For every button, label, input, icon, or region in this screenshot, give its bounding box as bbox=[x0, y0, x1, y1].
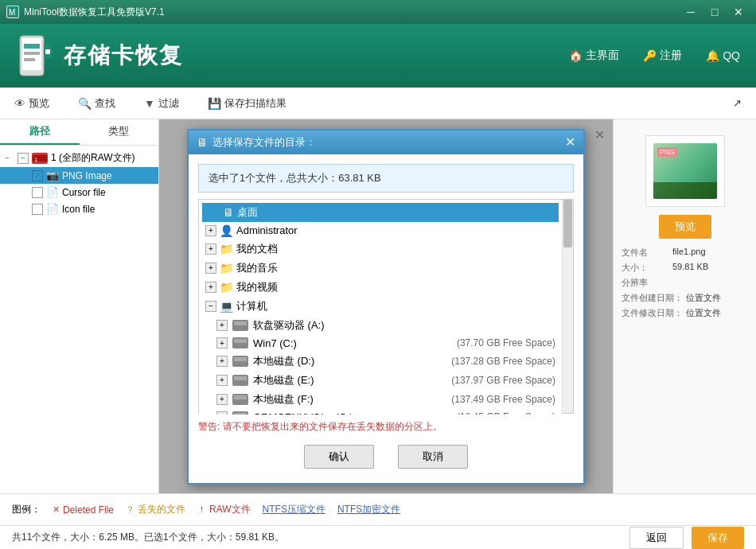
tab-path[interactable]: 路径 bbox=[0, 119, 80, 145]
dialog-close-button[interactable]: ✕ bbox=[565, 136, 575, 149]
grmcen-expand[interactable]: + bbox=[216, 411, 228, 415]
grmcen-disk-icon bbox=[232, 411, 248, 415]
tree-check-cursor[interactable] bbox=[32, 187, 43, 198]
dialog-cancel-button[interactable]: 取消 bbox=[398, 445, 468, 469]
sidebar: 路径 类型 − 1 1 (全部的RAW文件) 📷 PNG Image bbox=[0, 119, 159, 493]
dialog-buttons: 确认 取消 bbox=[198, 437, 574, 473]
lost-icon: ？ bbox=[126, 504, 134, 516]
dtree-win7c[interactable]: + Win7 (C:) (37.70 GB Free Space) bbox=[202, 335, 559, 352]
dtree-desktop[interactable]: 🖥 桌面 bbox=[202, 203, 559, 222]
legend-raw: ！ RAW文件 bbox=[197, 503, 251, 516]
tab-type[interactable]: 类型 bbox=[80, 119, 159, 145]
dtree-local-d[interactable]: + 本地磁盘 (D:) (137.28 GB Free Space) bbox=[202, 352, 559, 371]
tree-item-png[interactable]: 📷 PNG Image bbox=[0, 167, 158, 184]
dtree-my-music-label: 我的音乐 bbox=[236, 261, 278, 275]
svg-rect-19 bbox=[234, 376, 247, 380]
window-controls: ─ □ ✕ bbox=[680, 3, 750, 21]
computer-expand[interactable]: − bbox=[205, 301, 216, 312]
dtree-my-videos-label: 我的视频 bbox=[236, 280, 278, 294]
my-music-expand[interactable]: + bbox=[205, 263, 216, 274]
my-music-icon: 📁 bbox=[220, 262, 233, 274]
legend-ntfs-encrypted: NTFS加密文件 bbox=[337, 503, 400, 516]
dtree-local-d-free: (137.28 GB Free Space) bbox=[451, 356, 555, 367]
file-info-resolution: 分辨率 bbox=[622, 277, 748, 289]
svg-rect-4 bbox=[24, 44, 40, 49]
toolbar-export[interactable]: ↗ bbox=[727, 94, 748, 112]
svg-rect-13 bbox=[234, 321, 247, 325]
dtree-my-videos[interactable]: + 📁 我的视频 bbox=[202, 278, 559, 297]
save-button[interactable]: 保存 bbox=[692, 527, 744, 549]
toolbar-save-scan[interactable]: 💾 保存扫描结果 bbox=[201, 93, 293, 114]
dialog-title: 选择保存文件的目录： bbox=[212, 135, 316, 150]
my-docs-expand[interactable]: + bbox=[205, 243, 216, 255]
lost-label: 丢失的文件 bbox=[138, 503, 185, 516]
status-text: 共11个文件，大小：6.25 MB。已选1个文件，大小：59.81 KB。 bbox=[12, 531, 284, 544]
dtree-local-f[interactable]: + 本地磁盘 (F:) (137.49 GB Free Space) bbox=[202, 390, 559, 409]
win7c-disk-icon bbox=[232, 337, 248, 348]
tree-item-cursor[interactable]: 📄 Cursor file bbox=[0, 184, 158, 201]
created-label: 文件创建日期： bbox=[622, 292, 683, 304]
my-videos-expand[interactable]: + bbox=[205, 282, 216, 293]
toolbar-filter[interactable]: ▼ 过滤 bbox=[138, 93, 185, 114]
legend-lost: ？ 丢失的文件 bbox=[126, 503, 185, 516]
status-buttons: 返回 保存 bbox=[629, 527, 744, 549]
dtree-desktop-label: 桌面 bbox=[237, 205, 258, 220]
filename-value: file1.png bbox=[672, 247, 706, 259]
tree-check-png[interactable] bbox=[32, 170, 43, 181]
administrator-icon: 👤 bbox=[220, 224, 233, 237]
dtree-local-f-label: 本地磁盘 (F:) bbox=[253, 392, 314, 407]
status-bar: 共11个文件，大小：6.25 MB。已选1个文件，大小：59.81 KB。 返回… bbox=[0, 525, 756, 549]
my-videos-icon: 📁 bbox=[220, 281, 233, 294]
maximize-button[interactable]: □ bbox=[703, 3, 726, 21]
preview-button[interactable]: 预览 bbox=[659, 215, 711, 239]
nav-register[interactable]: 🔑 注册 bbox=[643, 49, 682, 63]
win7c-expand[interactable]: + bbox=[216, 337, 228, 348]
png-icon: 📷 bbox=[46, 169, 59, 181]
close-button[interactable]: ✕ bbox=[727, 3, 750, 21]
tree-item-icon[interactable]: 📄 Icon file bbox=[0, 201, 158, 217]
modified-label: 文件修改日期： bbox=[622, 307, 683, 319]
dtree-administrator[interactable]: + 👤 Administrator bbox=[202, 222, 559, 239]
toolbar: 👁 预览 🔍 查找 ▼ 过滤 💾 保存扫描结果 ↗ bbox=[0, 88, 756, 119]
return-button[interactable]: 返回 bbox=[629, 527, 684, 549]
floppy-expand[interactable]: + bbox=[216, 320, 228, 331]
header: 存储卡恢复 🏠 主界面 🔑 注册 🔔 QQ bbox=[0, 24, 756, 88]
tree-check-iconfile[interactable] bbox=[32, 204, 43, 215]
tree-check-root[interactable] bbox=[18, 153, 29, 164]
legend-bar: 图例： ✕ Deleted File ？ 丢失的文件 ！ RAW文件 NTFS压… bbox=[0, 493, 756, 525]
local-d-expand[interactable]: + bbox=[216, 356, 228, 367]
minimize-button[interactable]: ─ bbox=[680, 3, 702, 21]
dtree-computer[interactable]: − 💻 计算机 bbox=[202, 297, 559, 316]
dialog-info: 选中了1个文件，总共大小：63.81 KB bbox=[198, 164, 574, 193]
local-f-expand[interactable]: + bbox=[216, 394, 228, 405]
dialog-tree[interactable]: 🖥 桌面 + 👤 Administrator + bbox=[199, 200, 562, 415]
tree-item-root[interactable]: − 1 1 (全部的RAW文件) bbox=[0, 149, 158, 167]
dtree-my-docs[interactable]: + 📁 我的文档 bbox=[202, 239, 559, 259]
content-area: ✕ 🖥 选择保存文件的目录： ✕ 选中了1个文件，总共大小：63.81 KB bbox=[159, 119, 613, 493]
dtree-my-music[interactable]: + 📁 我的音乐 bbox=[202, 259, 559, 278]
svg-rect-5 bbox=[24, 52, 40, 55]
dtree-local-f-free: (137.49 GB Free Space) bbox=[451, 394, 555, 405]
local-e-expand[interactable]: + bbox=[216, 375, 228, 386]
dialog-warning: 警告: 请不要把恢复出来的文件保存在丢失数据的分区上。 bbox=[198, 420, 574, 434]
toolbar-preview[interactable]: 👁 预览 bbox=[8, 93, 56, 114]
title-bar: M MiniTool数据恢复工具免费版V7.1 ─ □ ✕ bbox=[0, 0, 756, 24]
nav-home[interactable]: 🏠 主界面 bbox=[569, 49, 619, 63]
dtree-grmcen[interactable]: + GRMCENXVOL_ (G:) (10.45 GB Free Space) bbox=[202, 409, 559, 415]
qq-icon: 🔔 bbox=[706, 49, 719, 62]
dialog-confirm-button[interactable]: 确认 bbox=[304, 445, 374, 469]
local-e-disk-icon bbox=[232, 375, 248, 386]
file-info-name: 文件名 file1.png bbox=[622, 247, 748, 259]
main-layout: 路径 类型 − 1 1 (全部的RAW文件) 📷 PNG Image bbox=[0, 119, 756, 493]
toolbar-search-label: 查找 bbox=[95, 96, 115, 111]
dialog-scrollbar[interactable] bbox=[562, 200, 573, 413]
dtree-grmcen-free: (10.45 GB Free Space) bbox=[457, 411, 555, 415]
administrator-expand[interactable]: + bbox=[205, 225, 216, 236]
toolbar-search[interactable]: 🔍 查找 bbox=[72, 93, 122, 114]
nav-qq[interactable]: 🔔 QQ bbox=[706, 49, 740, 63]
home-icon: 🏠 bbox=[569, 49, 583, 62]
register-icon: 🔑 bbox=[643, 49, 657, 62]
dtree-local-e[interactable]: + 本地磁盘 (E:) (137.97 GB Free Space) bbox=[202, 371, 559, 390]
dtree-floppy[interactable]: + 软盘驱动器 (A:) bbox=[202, 316, 559, 335]
header-nav: 🏠 主界面 🔑 注册 🔔 QQ bbox=[569, 49, 740, 63]
